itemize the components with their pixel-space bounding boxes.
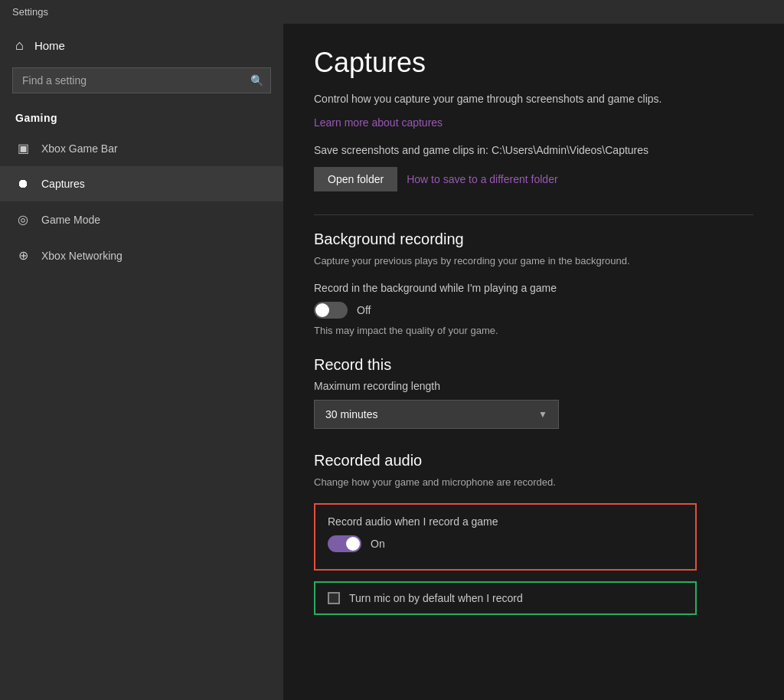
background-recording-title: Background recording xyxy=(314,231,753,248)
search-icon: 🔍 xyxy=(250,74,263,87)
page-description: Control how you capture your game throug… xyxy=(314,91,697,107)
divider-1 xyxy=(314,214,753,215)
background-recording-toggle-row: Off xyxy=(314,302,753,319)
background-recording-section: Background recording Capture your previo… xyxy=(314,231,753,336)
sidebar-item-xbox-networking[interactable]: ⊕ Xbox Networking xyxy=(0,237,283,273)
page-title: Captures xyxy=(314,47,753,79)
sidebar-item-label-xbox-game-bar: Xbox Game Bar xyxy=(41,142,118,155)
sidebar-home-label: Home xyxy=(34,39,65,52)
sidebar-section-header: Gaming xyxy=(0,106,283,130)
background-recording-setting-label: Record in the background while I'm playi… xyxy=(314,282,753,294)
record-this-title: Record this xyxy=(314,356,753,374)
impact-note: This may impact the quality of your game… xyxy=(314,325,753,336)
mic-checkbox[interactable] xyxy=(328,592,340,604)
sidebar-item-captures[interactable]: ⏺ Captures xyxy=(0,166,283,201)
record-audio-toggle-label: On xyxy=(371,538,385,550)
record-this-section: Record this Maximum recording length 30 … xyxy=(314,356,753,429)
game-mode-icon: ◎ xyxy=(15,212,31,227)
sidebar-item-xbox-game-bar[interactable]: ▣ Xbox Game Bar xyxy=(0,130,283,166)
open-folder-button[interactable]: Open folder xyxy=(314,167,397,191)
sidebar-item-game-mode[interactable]: ◎ Game Mode xyxy=(0,201,283,237)
app-title: Settings xyxy=(12,6,48,18)
sidebar-item-label-xbox-networking: Xbox Networking xyxy=(41,250,122,262)
xbox-game-bar-icon: ▣ xyxy=(15,141,31,155)
sidebar-item-label-game-mode: Game Mode xyxy=(41,214,100,226)
record-audio-label: Record audio when I record a game xyxy=(328,515,683,528)
search-box: 🔍 xyxy=(12,67,271,93)
sidebar: ⌂ Home 🔍 Gaming ▣ Xbox Game Bar ⏺ Captur… xyxy=(0,24,283,700)
how-to-link[interactable]: How to save to a different folder xyxy=(407,173,557,185)
mic-checkbox-label: Turn mic on by default when I record xyxy=(349,592,523,604)
record-audio-toggle-row: On xyxy=(328,535,683,552)
main-content: Captures Control how you capture your ga… xyxy=(283,24,784,700)
chevron-down-icon: ▼ xyxy=(538,409,547,420)
save-path: Save screenshots and game clips in: C:\U… xyxy=(314,144,753,156)
recorded-audio-desc: Change how your game and microphone are … xyxy=(314,476,712,489)
home-icon: ⌂ xyxy=(15,38,24,54)
title-bar: Settings xyxy=(0,0,784,24)
dropdown-value: 30 minutes xyxy=(325,408,377,420)
sidebar-item-label-captures: Captures xyxy=(41,178,85,190)
max-length-label: Maximum recording length xyxy=(314,380,753,392)
sidebar-item-home[interactable]: ⌂ Home xyxy=(0,24,283,67)
learn-more-link[interactable]: Learn more about captures xyxy=(314,116,753,129)
max-length-dropdown[interactable]: 30 minutes ▼ xyxy=(314,400,559,429)
captures-icon: ⏺ xyxy=(15,177,31,191)
folder-row: Open folder How to save to a different f… xyxy=(314,167,753,191)
mic-checkbox-box[interactable]: Turn mic on by default when I record xyxy=(314,581,697,615)
record-audio-box: Record audio when I record a game On xyxy=(314,503,697,571)
background-recording-toggle-label: Off xyxy=(357,304,371,316)
search-input[interactable] xyxy=(12,67,271,93)
background-recording-toggle[interactable] xyxy=(314,302,348,319)
recorded-audio-title: Recorded audio xyxy=(314,452,753,469)
record-audio-toggle[interactable] xyxy=(328,535,361,552)
xbox-networking-icon: ⊕ xyxy=(15,248,31,263)
recorded-audio-section: Recorded audio Change how your game and … xyxy=(314,452,753,615)
background-recording-desc: Capture your previous plays by recording… xyxy=(314,254,712,268)
